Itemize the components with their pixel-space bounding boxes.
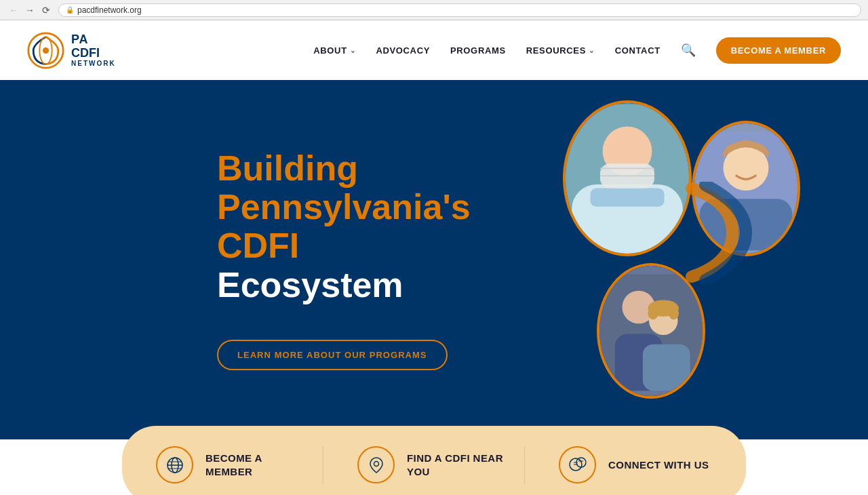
site-header: PA CDFI NETWORK ABOUT ⌄ ADVOCACY PROGRAM… xyxy=(0,20,868,80)
forward-button[interactable]: → xyxy=(23,3,37,17)
hero-line2: Pennsylvania's xyxy=(217,187,471,226)
hero-cta-button[interactable]: LEARN MORE ABOUT OUR PROGRAMS xyxy=(217,340,448,370)
nav-about[interactable]: ABOUT ⌄ xyxy=(313,45,355,56)
hero-heading: Building Pennsylvania's CDFI Ecosystem xyxy=(217,149,471,306)
logo-icon xyxy=(27,32,64,69)
card-label-find-cdfi: FIND A CDFI NEAR YOU xyxy=(407,452,511,478)
logo-cdfi: CDFI xyxy=(71,47,116,60)
logo-pa: PA xyxy=(71,33,116,47)
card-become-member[interactable]: BECOME A MEMBER xyxy=(156,446,309,483)
person-placeholder-1 xyxy=(566,103,689,254)
svg-rect-17 xyxy=(643,344,690,391)
hero-section: Building Pennsylvania's CDFI Ecosystem L… xyxy=(0,80,868,439)
hero-line3: CDFI xyxy=(217,226,299,265)
card-connect[interactable]: CONNECT WITH US xyxy=(524,446,712,483)
logo-link[interactable]: PA CDFI NETWORK xyxy=(27,32,116,69)
svg-point-19 xyxy=(648,307,658,319)
globe-icon xyxy=(156,446,193,483)
hero-images xyxy=(529,100,800,412)
logo-text: PA CDFI NETWORK xyxy=(71,33,116,68)
lock-icon: 🔒 xyxy=(66,6,74,14)
reload-button[interactable]: ⟳ xyxy=(39,3,53,17)
back-button[interactable]: ← xyxy=(7,3,20,17)
nav-programs[interactable]: PROGRAMS xyxy=(450,45,506,56)
location-icon xyxy=(357,446,395,483)
svg-point-26 xyxy=(374,461,378,466)
browser-chrome: ← → ⟳ 🔒 pacdfinetwork.org xyxy=(0,0,868,20)
nav-advocacy[interactable]: ADVOCACY xyxy=(376,45,430,56)
url-bar[interactable]: 🔒 pacdfinetwork.org xyxy=(58,3,861,17)
logo-network: NETWORK xyxy=(71,60,116,67)
hero-line1: Building xyxy=(217,148,358,188)
card-find-cdfi[interactable]: FIND A CDFI NEAR YOU xyxy=(323,446,511,483)
chevron-down-icon: ⌄ xyxy=(350,47,356,54)
card-label-connect: CONNECT WITH US xyxy=(608,458,709,472)
url-text: pacdfinetwork.org xyxy=(77,5,142,15)
swirl-decoration xyxy=(678,182,760,283)
svg-point-2 xyxy=(43,47,49,53)
nav-resources[interactable]: RESOURCES ⌄ xyxy=(526,45,595,56)
become-member-button[interactable]: BECOME A MEMBER xyxy=(716,37,841,64)
svg-point-20 xyxy=(669,307,679,319)
hero-line4: Ecosystem xyxy=(217,265,403,304)
search-button[interactable]: 🔍 xyxy=(681,43,696,58)
hero-image-3 xyxy=(597,263,705,399)
chat-icon xyxy=(559,446,596,483)
cards-row: BECOME A MEMBER FIND A CDFI NEAR YOU xyxy=(122,426,746,495)
site-nav: ABOUT ⌄ ADVOCACY PROGRAMS RESOURCES ⌄ CO… xyxy=(313,37,841,64)
chevron-down-icon: ⌄ xyxy=(589,47,595,54)
browser-nav[interactable]: ← → ⟳ xyxy=(7,3,53,17)
card-label-become-member: BECOME A MEMBER xyxy=(205,452,309,478)
person-placeholder-3 xyxy=(599,266,703,396)
svg-rect-6 xyxy=(590,189,664,207)
hero-content: Building Pennsylvania's CDFI Ecosystem L… xyxy=(217,149,471,370)
nav-contact[interactable]: CONTACT xyxy=(615,45,660,56)
hero-image-1 xyxy=(563,100,692,256)
